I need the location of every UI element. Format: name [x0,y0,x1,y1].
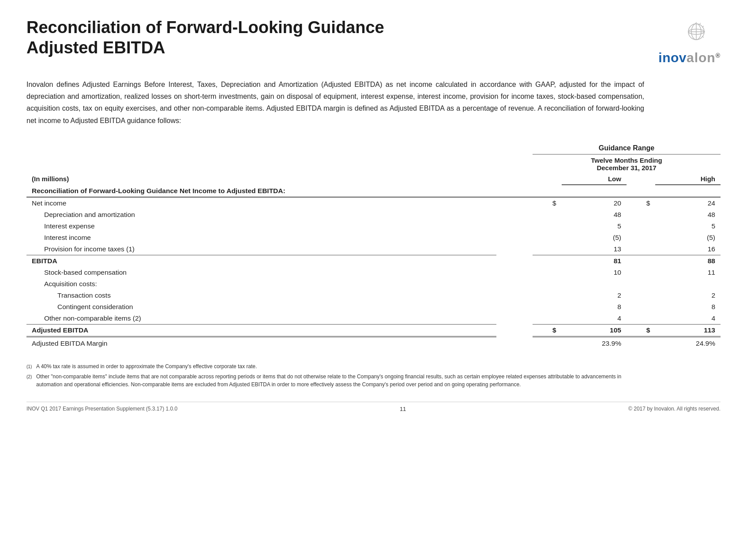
twelve-months-header-row: Twelve Months Ending December 31, 2017 [26,154,721,173]
low-value [562,278,627,290]
high-value: 4 [655,313,721,325]
dollar-low [533,278,562,290]
row-label: Other non-comparable items (2) [26,313,496,325]
table-row: Contingent consideration88 [26,301,721,313]
high-header: High [655,173,721,185]
logo-name: inovalon® [658,50,721,65]
footnote-text: A 40% tax rate is assumed in order to ap… [36,362,257,370]
page-footer: INOV Q1 2017 Earnings Presentation Suppl… [26,402,721,412]
dollar-high [627,336,656,349]
low-value: 48 [562,209,627,220]
dollar-low [533,313,562,325]
footnote-text: Other "non-comparable items" include ite… [36,373,644,388]
description-text: Inovalon defines Adjusted Earnings Befor… [26,78,644,127]
dollar-high [627,267,656,278]
table-row: Net income$20$24 [26,197,721,209]
high-value: 48 [655,209,721,220]
low-value: 13 [562,243,627,255]
title-line1: Reconciliation of Forward-Looking Guidan… [26,18,384,38]
dollar-high [627,232,656,243]
dollar-high [627,290,656,301]
page-header: Reconciliation of Forward-Looking Guidan… [26,18,721,65]
low-value: 20 [562,197,627,209]
dollar-high: $ [627,197,656,209]
dollar-low [533,220,562,232]
dollar-high [627,301,656,313]
footnote-item: (2)Other "non-comparable items" include … [26,373,644,388]
section-title-cell: Reconciliation of Forward-Looking Guidan… [26,185,721,197]
table-row: Depreciation and amortization4848 [26,209,721,220]
dollar-low [533,209,562,220]
dollar-low: $ [533,324,562,336]
page-title: Reconciliation of Forward-Looking Guidan… [26,18,384,58]
table-row: Provision for income taxes (1)1316 [26,243,721,255]
dollar-low [533,267,562,278]
high-value: 16 [655,243,721,255]
table-row: Interest expense55 [26,220,721,232]
in-millions-header: (In millions) [26,173,496,185]
dollar-low [533,232,562,243]
dollar-low [533,243,562,255]
dollar-high [627,220,656,232]
empty-header [26,142,496,154]
low-value: 23.9% [562,336,627,349]
high-value: 11 [655,267,721,278]
logo: inovalon® [658,22,721,65]
column-labels-row: (In millions) Low High [26,173,721,185]
low-value: (5) [562,232,627,243]
row-label: Provision for income taxes (1) [26,243,496,255]
guidance-range-header: Guidance Range [533,142,721,154]
row-label: Interest expense [26,220,496,232]
dollar-high: $ [627,324,656,336]
title-line2: Adjusted EBITDA [26,38,384,58]
dollar-high [627,278,656,290]
dollar-low [533,336,562,349]
table-row: Transaction costs22 [26,290,721,301]
footnote-number: (2) [26,373,36,380]
low-value: 81 [562,255,627,267]
low-value: 105 [562,324,627,336]
low-value: 10 [562,267,627,278]
table-row: Interest income(5)(5) [26,232,721,243]
low-value: 8 [562,301,627,313]
table-row: EBITDA8188 [26,255,721,267]
dollar-low [533,290,562,301]
high-value: 24 [655,197,721,209]
dollar-low: $ [533,197,562,209]
high-value: 5 [655,220,721,232]
high-value: 88 [655,255,721,267]
high-value: 113 [655,324,721,336]
high-value: (5) [655,232,721,243]
reconciliation-table: Guidance Range Twelve Months Ending Dece… [26,142,721,349]
row-label: EBITDA [26,255,496,267]
low-value: 2 [562,290,627,301]
page-number: 11 [400,406,406,412]
dollar-high [627,243,656,255]
high-value: 8 [655,301,721,313]
dollar-high [627,255,656,267]
row-label: Contingent consideration [26,301,496,313]
section-title-row: Reconciliation of Forward-Looking Guidan… [26,185,721,197]
dollar-high [627,313,656,325]
table-row: Adjusted EBITDA$105$113 [26,324,721,336]
table-body: Net income$20$24Depreciation and amortiz… [26,197,721,349]
table-row: Adjusted EBITDA Margin23.9%24.9% [26,336,721,349]
dollar-low [533,301,562,313]
table-row: Other non-comparable items (2)44 [26,313,721,325]
row-label: Depreciation and amortization [26,209,496,220]
row-label: Transaction costs [26,290,496,301]
row-label: Acquisition costs: [26,278,496,290]
low-header: Low [562,173,627,185]
logo-globe-icon [672,22,707,49]
row-label: Net income [26,197,496,209]
financial-table-section: Guidance Range Twelve Months Ending Dece… [26,142,721,349]
dollar-low [533,255,562,267]
high-value: 2 [655,290,721,301]
low-value: 5 [562,220,627,232]
high-value [655,278,721,290]
row-label: Stock-based compensation [26,267,496,278]
footnote-item: (1)A 40% tax rate is assumed in order to… [26,362,644,370]
footnote-number: (1) [26,363,36,370]
table-row: Acquisition costs: [26,278,721,290]
row-label: Interest income [26,232,496,243]
